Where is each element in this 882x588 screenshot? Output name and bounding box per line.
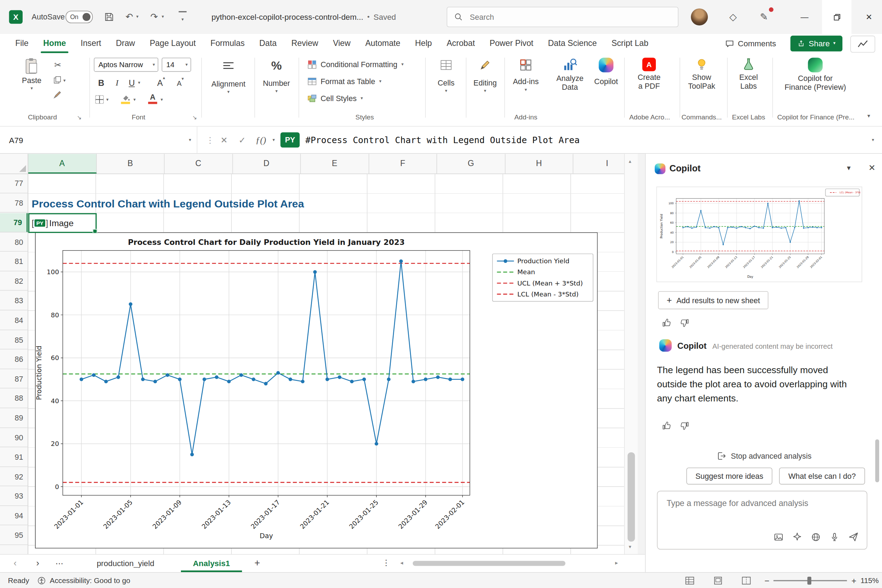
document-title[interactable]: python-excel-copilot-process-control-dem… — [212, 12, 396, 21]
column-header-g[interactable]: G — [437, 154, 506, 174]
stop-analysis-button[interactable]: Stop advanced analysis — [646, 451, 882, 461]
row-header-94[interactable]: 94 — [0, 506, 28, 525]
chart-sparkline-button[interactable] — [850, 36, 875, 52]
column-header-i[interactable]: I — [573, 154, 624, 174]
borders-icon[interactable] — [95, 95, 104, 104]
microphone-icon[interactable] — [830, 532, 840, 542]
cell-styles-button[interactable]: Cell Styles ▾ — [308, 94, 363, 103]
format-painter-icon[interactable] — [53, 90, 62, 99]
sheet-nav-next-icon[interactable]: › — [36, 558, 39, 568]
suggest-more-ideas-chip[interactable]: Suggest more ideas — [686, 468, 772, 484]
increase-font-button[interactable]: A▴ — [155, 76, 167, 89]
underline-chevron-icon[interactable]: ▾ — [138, 81, 140, 86]
row-header-89[interactable]: 89 — [0, 409, 28, 428]
sheet-list-icon[interactable]: ⋯ — [56, 559, 63, 568]
panel-close-icon[interactable]: ✕ — [868, 163, 876, 173]
ribbon-tab-insert[interactable]: Insert — [73, 34, 108, 53]
row-header-82[interactable]: 82 — [0, 272, 28, 291]
italic-button[interactable]: I — [111, 76, 123, 89]
column-header-a[interactable]: A — [28, 154, 96, 174]
ribbon-tab-data-science[interactable]: Data Science — [541, 34, 604, 53]
collapse-ribbon-icon[interactable]: ▾ — [867, 113, 870, 119]
what-else-chip[interactable]: What else can I do? — [779, 468, 865, 484]
hscroll-left-icon[interactable]: ◂ — [400, 560, 403, 566]
expand-formula-bar-icon[interactable]: ▾ — [872, 138, 874, 142]
zoom-in-icon[interactable]: + — [852, 576, 856, 585]
column-header-c[interactable]: C — [165, 154, 233, 174]
row-header-77[interactable]: 77 — [0, 174, 28, 193]
row-header-85[interactable]: 85 — [0, 330, 28, 350]
copy-chevron-icon[interactable]: ▾ — [63, 78, 65, 83]
sheet-nav-prev-icon[interactable]: ‹ — [14, 558, 16, 568]
clipboard-dialog-launcher-icon[interactable]: ↘ — [77, 114, 82, 120]
send-icon[interactable] — [848, 531, 859, 542]
undo-chevron-icon[interactable]: ▾ — [136, 15, 138, 20]
search-box[interactable] — [447, 7, 678, 27]
create-pdf-button[interactable]: A Create a PDF — [628, 58, 670, 90]
copy-icon[interactable] — [53, 76, 62, 84]
copilot-finance-button[interactable]: Copilot for Finance (Preview) — [776, 58, 855, 92]
column-header-h[interactable]: H — [506, 154, 573, 174]
ribbon-tab-acrobat[interactable]: Acrobat — [439, 34, 482, 53]
add-results-button[interactable]: + Add results to new sheet — [658, 291, 768, 309]
thumbs-up-icon[interactable] — [662, 318, 672, 328]
bold-button[interactable]: B — [95, 76, 107, 89]
restore-button[interactable] — [822, 0, 851, 34]
accessibility-status[interactable]: Accessibility: Good to go — [50, 576, 130, 585]
share-button[interactable]: Share ▾ — [790, 36, 842, 52]
row-header-81[interactable]: 81 — [0, 252, 28, 272]
row-header-80[interactable]: 80 — [0, 233, 28, 252]
cells-layer[interactable]: Process Control Chart with Legend Outsid… — [28, 174, 624, 554]
ribbon-tab-power-pivot[interactable]: Power Pivot — [482, 34, 541, 53]
save-icon[interactable] — [104, 12, 114, 22]
ribbon-tab-help[interactable]: Help — [408, 34, 439, 53]
insert-function-chevron-icon[interactable]: ▾ — [273, 138, 274, 142]
paste-button[interactable]: Paste ▾ — [17, 58, 46, 91]
zoom-level[interactable]: 115% — [861, 576, 879, 585]
user-avatar[interactable] — [691, 9, 708, 26]
drag-handle-icon[interactable]: ⋮ — [206, 135, 214, 145]
cut-icon[interactable]: ✂ — [54, 60, 62, 70]
ribbon-tab-formulas[interactable]: Formulas — [203, 34, 252, 53]
cell-a78-heading[interactable]: Process Control Chart with Legend Outsid… — [32, 194, 304, 213]
number-group-button[interactable]: % Number ▾ — [255, 58, 297, 94]
row-header-88[interactable]: 88 — [0, 389, 28, 408]
addins-button[interactable]: Add-ins ▾ — [507, 58, 545, 92]
page-layout-view-icon[interactable] — [714, 576, 723, 585]
horizontal-scroll-thumb[interactable] — [413, 561, 566, 566]
column-header-b[interactable]: B — [96, 154, 165, 174]
alignment-group-button[interactable]: Alignment ▾ — [205, 61, 252, 94]
comments-button[interactable]: Comments — [725, 36, 776, 52]
selected-cell-a79[interactable]: [ PY ] Image — [28, 213, 97, 233]
row-header-93[interactable]: 93 — [0, 487, 28, 506]
redo-icon[interactable]: ↷ — [150, 12, 158, 21]
ribbon-tab-draw[interactable]: Draw — [108, 34, 142, 53]
chart-preview-card[interactable]: 0204060801002023-01-012023-01-052023-01-… — [657, 187, 862, 282]
undo-icon[interactable]: ↶ — [126, 12, 133, 21]
redo-chevron-icon[interactable]: ▾ — [162, 15, 164, 20]
underline-button[interactable]: U — [126, 76, 138, 89]
row-header-86[interactable]: 86 — [0, 350, 28, 369]
row-header-92[interactable]: 92 — [0, 468, 28, 487]
thumbs-down-icon[interactable] — [680, 420, 690, 431]
font-color-icon[interactable]: A — [148, 93, 157, 104]
row-header-95[interactable]: 95 — [0, 526, 28, 545]
row-header-91[interactable]: 91 — [0, 448, 28, 467]
select-all-corner[interactable] — [0, 154, 28, 174]
pen-icon[interactable]: ✎ — [760, 11, 768, 23]
ribbon-tab-home[interactable]: Home — [36, 34, 73, 53]
show-toolpak-button[interactable]: Show ToolPak — [682, 58, 722, 90]
format-as-table-button[interactable]: Format as Table ▾ — [308, 77, 381, 86]
panel-collapse-chevron-icon[interactable]: ▾ — [847, 163, 850, 172]
column-header-f[interactable]: F — [369, 154, 437, 174]
decrease-font-button[interactable]: A▾ — [174, 77, 187, 90]
cells-group-button[interactable]: Cells ▾ — [428, 60, 465, 93]
row-header-78[interactable]: 78 — [0, 194, 28, 213]
ribbon-tab-review[interactable]: Review — [284, 34, 326, 53]
sheet-tab-production_yield[interactable]: production_yield — [79, 555, 172, 573]
conditional-formatting-button[interactable]: Conditional Formatting ▾ — [308, 60, 404, 69]
copilot-input-box[interactable] — [657, 491, 867, 549]
font-name-select[interactable]: Aptos Narrow▾ — [94, 58, 158, 72]
insert-function-icon[interactable]: ƒ() — [255, 135, 266, 145]
copilot-message-input[interactable] — [665, 498, 854, 508]
